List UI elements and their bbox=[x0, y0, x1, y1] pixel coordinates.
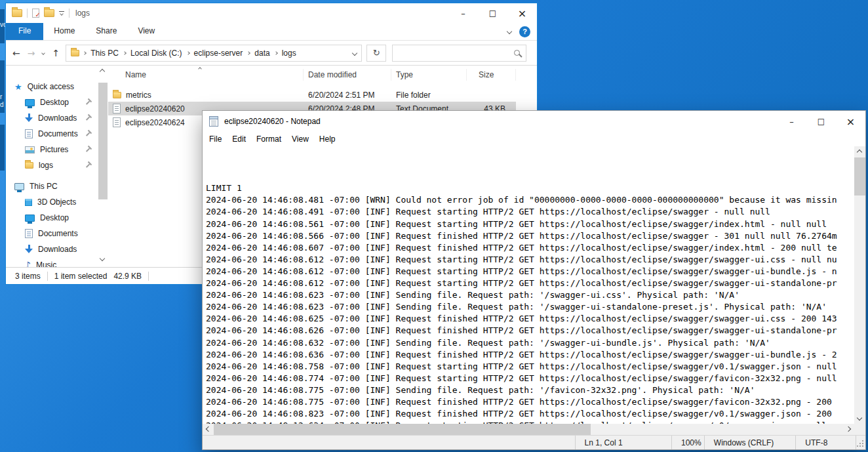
music-note-icon: ♪ bbox=[25, 260, 31, 267]
back-button[interactable]: ← bbox=[12, 48, 20, 58]
log-line: 2024-06-20 14:46:08.775 -07:00 [INF] Sen… bbox=[206, 384, 854, 396]
sidebar-item-3d-objects[interactable]: 3D Objects bbox=[6, 194, 98, 210]
scroll-up-icon[interactable] bbox=[100, 69, 105, 74]
log-line: 2024-06-20 14:46:08.481 -07:00 [WRN] Cou… bbox=[206, 194, 854, 206]
documents-icon bbox=[25, 229, 33, 238]
column-header-size[interactable]: Size bbox=[467, 69, 516, 81]
horizontal-scrollbar[interactable] bbox=[203, 424, 854, 435]
log-line: 2024-06-20 14:46:08.612 -07:00 [INF] Req… bbox=[206, 277, 854, 289]
divider bbox=[69, 9, 69, 18]
sidebar-item-documents-pc[interactable]: Documents bbox=[6, 226, 98, 241]
status-selected-count: 1 item selected bbox=[54, 272, 108, 281]
desktop-icon-fragment bbox=[0, 125, 5, 171]
new-folder-button-icon[interactable] bbox=[44, 9, 54, 17]
address-bar[interactable]: This PC Local Disk (C:) eclipse-server d… bbox=[66, 45, 362, 62]
tab-home[interactable]: Home bbox=[43, 23, 85, 40]
log-line: 2024-06-20 14:46:08.823 -07:00 [INF] Req… bbox=[206, 408, 854, 420]
desktop: vo r d ✓ logs – □ × File Home Share V bbox=[0, 0, 868, 452]
menu-help[interactable]: Help bbox=[314, 133, 341, 145]
divider bbox=[47, 272, 48, 281]
scrollbar-thumb[interactable] bbox=[98, 83, 108, 199]
resize-grip[interactable] bbox=[856, 440, 864, 447]
breadcrumb-this-pc[interactable]: This PC bbox=[90, 49, 119, 58]
sidebar-item-music[interactable]: ♪ Music bbox=[6, 257, 98, 267]
sidebar-item-logs[interactable]: logs bbox=[6, 157, 98, 173]
sidebar-item-desktop-pc[interactable]: Desktop bbox=[6, 210, 98, 226]
status-item-count: 3 items bbox=[15, 272, 41, 281]
this-pc-icon bbox=[14, 183, 24, 190]
close-button[interactable]: × bbox=[507, 3, 537, 23]
scroll-left-icon[interactable] bbox=[206, 426, 211, 432]
log-line: 2024-06-20 14:46:08.623 -07:00 [INF] Sen… bbox=[206, 301, 854, 313]
folder-icon bbox=[25, 162, 33, 169]
refresh-button[interactable]: ↻ bbox=[366, 45, 386, 62]
up-button[interactable]: ↑ bbox=[52, 48, 60, 58]
properties-button-icon[interactable]: ✓ bbox=[32, 9, 39, 18]
scroll-up-icon[interactable] bbox=[857, 150, 862, 155]
sidebar-item-downloads-pc[interactable]: Downloads bbox=[6, 241, 98, 257]
sidebar-item-this-pc[interactable]: This PC bbox=[6, 178, 98, 194]
downloads-icon bbox=[25, 245, 33, 254]
tab-share[interactable]: Share bbox=[85, 23, 127, 40]
breadcrumb-local-disk[interactable]: Local Disk (C:) bbox=[130, 49, 183, 58]
column-header-date-modified[interactable]: Date modified bbox=[304, 69, 391, 81]
file-row-metrics[interactable]: metrics 6/20/2024 2:51 PM File folder bbox=[108, 88, 516, 102]
tab-view[interactable]: View bbox=[127, 23, 165, 40]
log-line: 2024-06-20 14:46:08.566 -07:00 [INF] Req… bbox=[206, 230, 854, 242]
address-folder-icon bbox=[71, 50, 79, 56]
help-icon[interactable]: ? bbox=[519, 26, 530, 37]
menu-view[interactable]: View bbox=[286, 133, 314, 145]
tab-file[interactable]: File bbox=[6, 23, 43, 40]
column-header-name[interactable]: Name bbox=[108, 69, 304, 81]
breadcrumb-logs[interactable]: logs bbox=[281, 49, 297, 58]
minimize-button[interactable]: – bbox=[777, 111, 806, 132]
log-line: LIMIT 1 bbox=[206, 182, 854, 194]
scrollbar-thumb[interactable] bbox=[214, 424, 591, 435]
desktop-icon bbox=[25, 99, 35, 106]
status-spacer bbox=[203, 436, 575, 449]
breadcrumb-eclipse-server[interactable]: eclipse-server bbox=[193, 49, 244, 58]
forward-button[interactable]: → bbox=[28, 48, 35, 58]
folder-icon bbox=[113, 92, 121, 98]
sidebar-item-quick-access[interactable]: ★ Quick access bbox=[6, 79, 98, 94]
close-button[interactable]: × bbox=[836, 111, 865, 132]
scroll-right-icon[interactable] bbox=[846, 426, 851, 432]
pin-icon bbox=[83, 97, 94, 108]
search-input[interactable] bbox=[393, 45, 526, 61]
menu-file[interactable]: File bbox=[204, 133, 227, 145]
menu-edit[interactable]: Edit bbox=[227, 133, 251, 145]
minimize-button[interactable]: – bbox=[448, 3, 478, 23]
column-header-type[interactable]: Type bbox=[391, 69, 467, 81]
scrollbar-thumb[interactable] bbox=[854, 157, 865, 195]
notepad-window: eclipse20240620 - Notepad – □ × File Edi… bbox=[202, 110, 866, 450]
status-encoding: UTF-8 bbox=[795, 436, 856, 449]
scroll-down-icon[interactable] bbox=[100, 256, 105, 261]
vertical-scrollbar[interactable] bbox=[854, 146, 865, 424]
sidebar-item-pictures[interactable]: Pictures bbox=[6, 142, 98, 157]
maximize-button[interactable]: □ bbox=[806, 111, 836, 132]
expand-ribbon-icon[interactable] bbox=[507, 29, 512, 34]
recent-locations-icon[interactable] bbox=[42, 51, 46, 55]
maximize-button[interactable]: □ bbox=[478, 3, 507, 23]
notepad-window-title: eclipse20240620 - Notepad bbox=[224, 117, 321, 126]
search-icon bbox=[514, 50, 520, 56]
customize-quick-access-icon[interactable] bbox=[59, 11, 64, 16]
status-end-segment bbox=[856, 436, 865, 449]
sidebar-scrollbar[interactable] bbox=[98, 66, 108, 267]
log-line: 2024-06-20 14:46:08.561 -07:00 [INF] Req… bbox=[206, 218, 854, 230]
status-selected-size: 42.9 KB bbox=[113, 272, 142, 281]
notepad-text-area[interactable]: LIMIT 12024-06-20 14:46:08.481 -07:00 [W… bbox=[203, 146, 854, 424]
address-dropdown-icon[interactable] bbox=[352, 50, 357, 55]
log-line: 2024-06-20 14:46:08.625 -07:00 [INF] Req… bbox=[206, 313, 854, 325]
scroll-down-icon[interactable] bbox=[857, 415, 862, 421]
status-zoom-level: 100% bbox=[671, 436, 704, 449]
sidebar-item-downloads[interactable]: Downloads bbox=[6, 110, 98, 126]
sidebar-item-documents[interactable]: Documents bbox=[6, 126, 98, 142]
sidebar-item-desktop[interactable]: Desktop bbox=[6, 94, 98, 110]
downloads-icon bbox=[25, 113, 33, 123]
divider bbox=[148, 272, 149, 281]
menu-format[interactable]: Format bbox=[251, 133, 286, 145]
log-line: 2024-06-20 14:46:08.632 -07:00 [INF] Sen… bbox=[206, 337, 854, 349]
log-line: 2024-06-20 14:46:08.612 -07:00 [INF] Req… bbox=[206, 266, 854, 277]
breadcrumb-data[interactable]: data bbox=[254, 49, 270, 58]
